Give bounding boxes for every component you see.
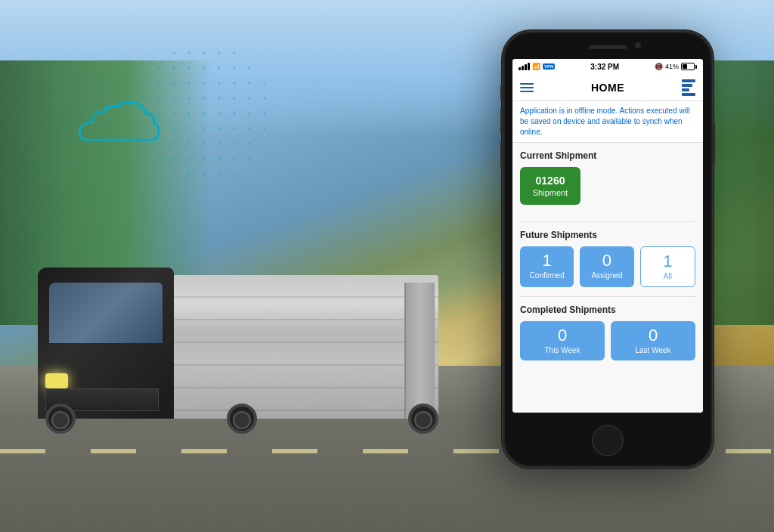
all-tile[interactable]: 1 All bbox=[640, 246, 695, 287]
this-week-tile[interactable]: 0 This Week bbox=[520, 321, 605, 360]
future-shipments-title: Future Shipments bbox=[520, 230, 695, 240]
assigned-label: Assigned bbox=[591, 271, 622, 280]
wifi-icon: 📶 bbox=[532, 63, 540, 70]
current-shipment-title: Current Shipment bbox=[520, 150, 695, 161]
status-left: 📶 VPN bbox=[519, 63, 555, 70]
status-right: 📵 41% bbox=[655, 63, 697, 70]
speaker bbox=[589, 45, 627, 49]
truck-trailer bbox=[166, 275, 438, 419]
last-week-count: 0 bbox=[649, 327, 658, 344]
all-label: All bbox=[664, 272, 672, 280]
phone-device: 📶 VPN 3:32 PM 📵 41% bbox=[502, 30, 714, 469]
offline-banner: Application is in offline mode. Actions … bbox=[512, 101, 703, 143]
app-content[interactable]: Current Shipment 01260 Shipment Future S… bbox=[512, 143, 703, 413]
front-camera bbox=[635, 42, 641, 48]
confirmed-count: 1 bbox=[543, 252, 552, 269]
truck-cab bbox=[38, 268, 174, 419]
confirmed-label: Confirmed bbox=[530, 271, 565, 280]
this-week-count: 0 bbox=[558, 327, 567, 344]
assigned-count: 0 bbox=[602, 252, 611, 269]
nav-bar: HOME bbox=[512, 74, 703, 101]
truck bbox=[23, 169, 446, 441]
last-week-label: Last Week bbox=[635, 346, 670, 354]
assigned-tile[interactable]: 0 Assigned bbox=[580, 246, 633, 287]
page-title: HOME bbox=[591, 82, 624, 94]
battery-percent: 41% bbox=[665, 63, 679, 70]
menu-right-button[interactable] bbox=[682, 79, 695, 96]
bluetooth-icon: 📵 bbox=[655, 63, 663, 70]
completed-shipments-tiles: 0 This Week 0 Last Week bbox=[520, 321, 695, 360]
shipment-number: 01260 bbox=[536, 175, 565, 187]
vpn-badge: VPN bbox=[543, 63, 555, 70]
mute-button bbox=[500, 85, 503, 101]
status-bar: 📶 VPN 3:32 PM 📵 41% bbox=[512, 59, 703, 74]
signal-icon bbox=[519, 63, 530, 70]
battery-icon bbox=[681, 63, 697, 70]
all-count: 1 bbox=[663, 253, 672, 270]
hamburger-menu-button[interactable] bbox=[520, 83, 534, 92]
volume-down-button bbox=[500, 141, 503, 168]
current-shipment-card[interactable]: 01260 Shipment bbox=[520, 167, 580, 205]
offline-message: Application is in offline mode. Actions … bbox=[520, 106, 695, 138]
shipment-label: Shipment bbox=[533, 188, 568, 197]
this-week-label: This Week bbox=[544, 346, 580, 354]
completed-shipments-title: Completed Shipments bbox=[520, 305, 695, 315]
status-time: 3:32 PM bbox=[590, 63, 619, 71]
future-shipments-tiles: 1 Confirmed 0 Assigned 1 All bbox=[520, 246, 695, 287]
last-week-tile[interactable]: 0 Last Week bbox=[611, 321, 695, 360]
volume-up-button bbox=[500, 107, 503, 134]
divider-2 bbox=[520, 296, 695, 297]
divider-1 bbox=[520, 221, 695, 222]
home-button[interactable] bbox=[592, 425, 624, 456]
confirmed-tile[interactable]: 1 Confirmed bbox=[520, 246, 574, 287]
cloud-icon bbox=[60, 76, 181, 159]
power-button bbox=[712, 122, 715, 164]
phone-screen: 📶 VPN 3:32 PM 📵 41% bbox=[512, 59, 703, 413]
